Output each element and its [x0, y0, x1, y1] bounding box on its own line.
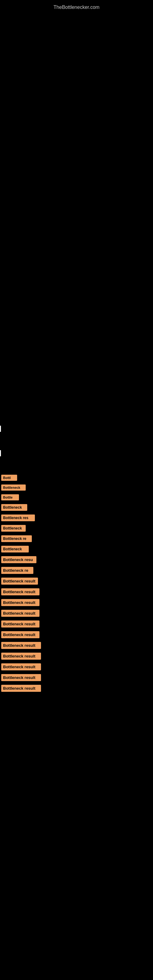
bottleneck-label: Bottleneck re: [1, 535, 32, 542]
bottleneck-label: Bottleneck res: [1, 514, 35, 521]
bottleneck-label: Bottleneck resu: [1, 556, 37, 563]
list-item: Bottleneck result: [1, 652, 153, 660]
bottleneck-label: Bottleneck result: [1, 599, 40, 606]
list-item: Bottleneck result: [1, 610, 153, 617]
bottleneck-label: Bottleneck result: [1, 652, 41, 660]
cursor-line-2: [0, 450, 1, 456]
list-item: Bottleneck result: [1, 685, 153, 692]
bottleneck-label: Bottleneck result: [1, 578, 38, 585]
list-item: Bottleneck re: [1, 567, 153, 574]
list-item: Bottleneck: [1, 525, 153, 531]
bottleneck-label: Bottleneck re: [1, 567, 33, 574]
list-item: Bottleneck res: [1, 514, 153, 521]
list-item: Bottleneck result: [1, 599, 153, 606]
list-item: Bottleneck: [1, 485, 153, 491]
bottleneck-label: Bottleneck result: [1, 663, 41, 670]
results-container: BottlBottleneckBottleBottleneckBottlenec…: [0, 475, 153, 695]
bottleneck-label: Bottleneck result: [1, 588, 40, 595]
bottleneck-label: Bottleneck result: [1, 620, 40, 627]
bottleneck-label: Bottleneck result: [1, 631, 40, 638]
list-item: Bottleneck result: [1, 642, 153, 649]
list-item: Bottleneck result: [1, 578, 153, 585]
cursor-line-1: [0, 426, 1, 432]
bottleneck-label: Bottleneck: [1, 546, 29, 552]
list-item: Bottleneck resu: [1, 556, 153, 563]
bottleneck-label: Bottleneck: [1, 504, 27, 511]
bottleneck-label: Bottleneck result: [1, 610, 40, 617]
bottleneck-label: Bottle: [1, 494, 19, 500]
bottleneck-label: Bottleneck result: [1, 674, 41, 681]
list-item: Bottle: [1, 494, 153, 500]
bottleneck-label: Bottl: [1, 475, 17, 481]
list-item: Bottleneck result: [1, 620, 153, 627]
list-item: Bottleneck result: [1, 663, 153, 670]
list-item: Bottleneck: [1, 504, 153, 511]
bottleneck-label: Bottleneck: [1, 485, 26, 491]
list-item: Bottl: [1, 475, 153, 481]
list-item: Bottleneck result: [1, 631, 153, 638]
list-item: Bottleneck result: [1, 588, 153, 595]
list-item: Bottleneck result: [1, 674, 153, 681]
bottleneck-label: Bottleneck: [1, 525, 26, 531]
list-item: Bottleneck re: [1, 535, 153, 542]
bottleneck-label: Bottleneck result: [1, 685, 41, 692]
bottleneck-label: Bottleneck result: [1, 642, 41, 649]
site-title: TheBottlenecker.com: [0, 2, 153, 13]
list-item: Bottleneck: [1, 546, 153, 552]
